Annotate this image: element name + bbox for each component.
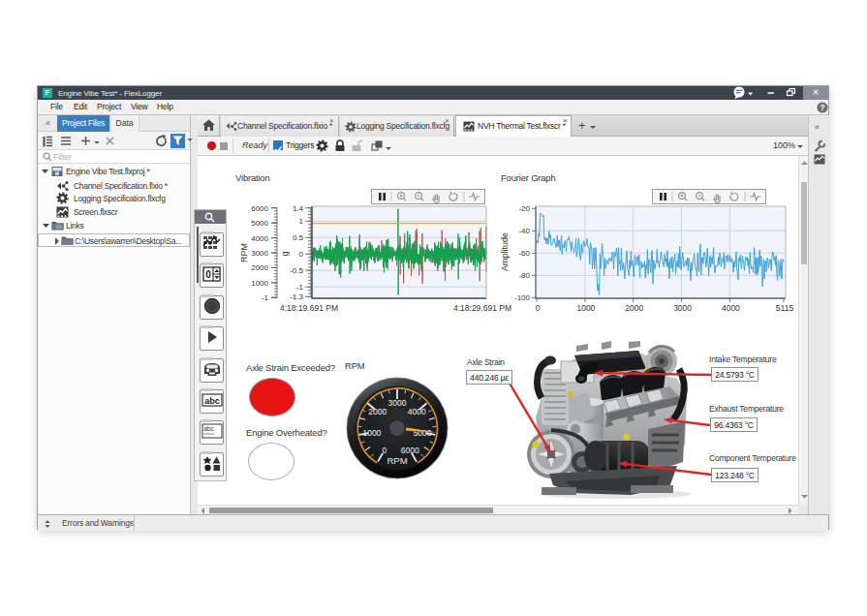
- svg-text:RPM: RPM: [387, 455, 407, 466]
- svg-text:5000: 5000: [251, 219, 268, 228]
- svg-text:0: 0: [205, 269, 211, 280]
- svg-text:2000: 2000: [251, 263, 268, 272]
- svg-text:3000: 3000: [388, 398, 407, 408]
- svg-text:-1.3: -1.3: [290, 293, 303, 301]
- svg-text:abc: abc: [203, 425, 214, 432]
- svg-text:0: 0: [299, 250, 304, 259]
- svg-text:-1: -1: [296, 283, 304, 292]
- svg-text:6000: 6000: [251, 204, 268, 213]
- svg-text:g: g: [280, 251, 290, 256]
- svg-text:-100: -100: [514, 293, 531, 302]
- svg-text:-40: -40: [518, 227, 530, 235]
- svg-text:1000: 1000: [362, 428, 381, 438]
- svg-text:6000: 6000: [401, 446, 419, 455]
- svg-text:2000: 2000: [368, 407, 387, 416]
- svg-text:Amplitude: Amplitude: [500, 232, 510, 271]
- svg-text:1: 1: [299, 217, 304, 226]
- svg-text:3000: 3000: [251, 249, 268, 258]
- svg-text:-0.5: -0.5: [290, 266, 303, 275]
- svg-text:4000: 4000: [251, 234, 268, 243]
- svg-text:-20: -20: [518, 204, 530, 213]
- svg-text:2000: 2000: [625, 303, 643, 313]
- svg-text:-60: -60: [518, 249, 530, 258]
- svg-text:-1: -1: [262, 293, 269, 302]
- svg-text:1000: 1000: [251, 279, 268, 288]
- svg-text:0.5: 0.5: [293, 233, 304, 242]
- svg-text:?: ?: [820, 103, 824, 112]
- svg-text:1000: 1000: [576, 303, 595, 313]
- svg-text:4000: 4000: [722, 303, 740, 313]
- svg-text:0: 0: [382, 446, 387, 455]
- svg-text:4:18:19.691 PM: 4:18:19.691 PM: [280, 303, 338, 313]
- svg-text:3000: 3000: [673, 303, 692, 313]
- svg-text:5115: 5115: [776, 303, 794, 313]
- svg-text:RPM: RPM: [239, 243, 249, 262]
- svg-text:0: 0: [536, 303, 541, 313]
- svg-text:4000: 4000: [408, 407, 426, 416]
- svg-text:abc: abc: [204, 395, 220, 405]
- svg-text:1.4: 1.4: [293, 204, 304, 213]
- svg-text:-80: -80: [518, 271, 530, 280]
